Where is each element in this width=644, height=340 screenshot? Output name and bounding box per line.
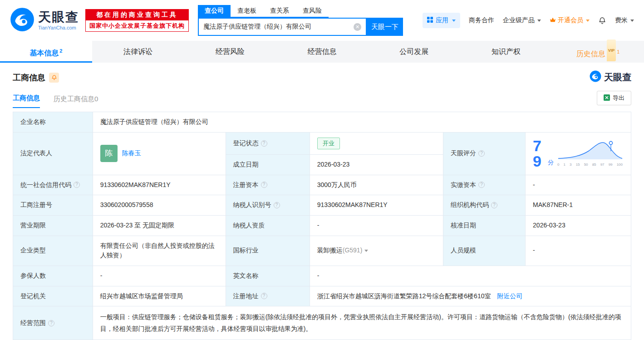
help-icon[interactable]: ?	[491, 202, 497, 208]
user-menu-label: 费米	[615, 16, 628, 25]
help-icon[interactable]: ?	[274, 202, 280, 208]
subtab-business-info[interactable]: 工商信息	[13, 94, 40, 108]
legal-rep-avatar[interactable]: 陈	[100, 145, 118, 162]
help-icon[interactable]: ?	[48, 320, 54, 326]
address-label: 注册地址?	[233, 291, 302, 301]
notification-bell-icon[interactable]	[598, 16, 606, 25]
business-scope-value: 一般项目：供应链管理服务；仓储设备租赁服务；装卸搬运(除依法须经批准的项目外，凭…	[93, 306, 631, 340]
score-distribution-chart: 0131550859799100	[556, 139, 624, 168]
staff-size-value: -	[526, 236, 631, 266]
search-tab-relation[interactable]: 查关系	[263, 5, 296, 17]
chevron-down-icon	[630, 20, 634, 22]
business-info-table: 企业名称 魔法原子供应链管理（绍兴）有限公司 法定代表人 陈 陈春玉 登记状态?…	[13, 112, 631, 340]
chevron-down-icon[interactable]	[364, 250, 368, 252]
brand-watermark-text: 天眼查	[604, 71, 631, 84]
tab-operating-info[interactable]: 经营信息	[276, 41, 368, 63]
help-icon[interactable]: ?	[261, 182, 267, 188]
tab-basic-info[interactable]: 基本信息2	[0, 41, 92, 63]
approval-date-value: 2026-03-23	[526, 215, 631, 236]
legal-rep-cell: 陈 陈春玉	[93, 132, 226, 175]
help-icon[interactable]: ?	[478, 182, 485, 188]
chevron-down-icon	[537, 20, 541, 22]
industry-name: 装卸搬运	[317, 246, 343, 256]
insured-count-label: 参保人数	[20, 271, 85, 281]
tab-operating-info-label: 经营信息	[308, 48, 337, 55]
english-name-label: 英文名称	[233, 271, 302, 281]
company-type-value: 有限责任公司（非自然人投资或控股的法人独资）	[93, 236, 226, 266]
tab-operating-risk[interactable]: 经营风险	[184, 41, 276, 63]
header-right-menu: 应用 商务合作 企业级产品 开通会员 费米	[423, 13, 634, 28]
tab-legal-proceedings[interactable]: 法律诉讼	[92, 41, 184, 63]
reg-capital-label: 注册资本?	[233, 180, 302, 190]
insured-count-value: -	[93, 266, 226, 286]
slogan-banner: 都在用的商业查询工具 国家中小企业发展子基金旗下机构	[85, 9, 189, 32]
search-type-tabs: 查公司 查老板 查关系 查风险	[198, 5, 329, 18]
app-menu-label: 应用	[436, 16, 448, 25]
search-row: ✕ 天眼一下	[198, 18, 403, 36]
grid-icon	[427, 17, 433, 24]
company-type-label: 企业类型	[20, 246, 85, 256]
org-code-value: MAK87NER-1	[526, 195, 631, 216]
slogan-line-1: 都在用的商业查询工具	[86, 10, 188, 20]
reg-status-cell: 开业	[310, 132, 443, 154]
open-membership-menu[interactable]: 开通会员	[550, 16, 590, 25]
taxpayer-id-value: 91330602MAK87NER1Y	[310, 195, 443, 216]
tyc-score-cell: 79 分 0131550859799100	[526, 132, 631, 175]
logo-brand-text: 天眼查	[38, 11, 79, 24]
score-value[interactable]: 79	[533, 138, 545, 169]
business-cooperation-label: 商务合作	[469, 16, 494, 25]
org-code-label: 组织机构代码?	[451, 200, 518, 210]
nearby-companies-link[interactable]: 附近公司	[497, 292, 522, 300]
enterprise-products-label: 企业级产品	[503, 16, 535, 25]
slogan-line-2: 国家中小企业发展子基金旗下机构	[86, 20, 188, 31]
search-tab-boss[interactable]: 查老板	[231, 5, 263, 17]
app-menu[interactable]: 应用	[423, 13, 460, 28]
industry-label: 国标行业	[233, 246, 302, 256]
help-icon[interactable]: ?	[261, 293, 267, 299]
tab-basic-info-label: 基本信息	[29, 49, 59, 57]
registry-value: 绍兴市越城区市场监督管理局	[93, 286, 226, 306]
brand-watermark: 天眼查	[590, 70, 631, 84]
clear-search-icon[interactable]: ✕	[354, 23, 361, 31]
business-scope-label: 经营范围?	[20, 318, 85, 328]
tyc-score-label: 天眼评分?	[451, 148, 518, 158]
tab-history-info[interactable]: 历史信息VIP1	[552, 41, 644, 63]
company-section-nav: 基本信息2 法律诉讼 经营风险 经营信息 公司发展 知识产权 历史信息VIP1	[0, 41, 644, 63]
business-term-value: 2026-03-23 至 无固定期限	[93, 215, 226, 236]
business-cooperation-link[interactable]: 商务合作	[469, 16, 494, 25]
score-unit: 分	[548, 158, 554, 167]
tab-company-development[interactable]: 公司发展	[368, 41, 460, 63]
english-name-value: -	[310, 266, 631, 286]
legal-rep-label: 法定代表人	[20, 148, 85, 158]
search-box: ✕	[198, 18, 367, 36]
address-value: 浙江省绍兴市越城区沥海街道繁荣路12号综合配套楼6楼610室	[317, 292, 491, 300]
establish-date-value: 2026-03-23	[310, 154, 443, 175]
subscribe-bell-icon[interactable]	[49, 73, 59, 83]
credit-code-label: 统一社会信用代码?	[20, 180, 85, 190]
industry-cell: 装卸搬运 (G591)	[310, 236, 443, 266]
reg-number-value: 330602000579558	[93, 195, 226, 216]
approval-date-label: 核准日期	[451, 221, 518, 231]
search-tab-risk[interactable]: 查风险	[296, 5, 329, 17]
search-tab-company[interactable]: 查公司	[198, 5, 231, 17]
legal-rep-link[interactable]: 陈春玉	[122, 148, 141, 158]
vip-badge: VIP	[607, 39, 616, 61]
export-button[interactable]: 导出	[597, 91, 631, 105]
excel-icon	[604, 94, 610, 102]
company-name-label: 企业名称	[20, 117, 85, 127]
tab-operating-risk-label: 经营风险	[216, 48, 245, 55]
export-button-label: 导出	[613, 94, 624, 102]
help-icon[interactable]: ?	[478, 150, 485, 157]
paid-capital-label: 实缴资本?	[451, 180, 518, 190]
tianyancha-logo[interactable]: 天眼查 TianYanCha.com	[10, 7, 79, 34]
subtab-history-business-info[interactable]: 历史工商信息0	[54, 95, 98, 108]
help-icon[interactable]: ?	[261, 140, 267, 147]
search-button[interactable]: 天眼一下	[367, 18, 403, 36]
taxpayer-id-label: 纳税人识别号?	[233, 200, 302, 210]
tab-intellectual-property[interactable]: 知识产权	[460, 41, 552, 63]
user-menu[interactable]: 费米	[615, 16, 634, 25]
help-icon[interactable]: ?	[74, 182, 80, 188]
enterprise-products-menu[interactable]: 企业级产品	[503, 16, 541, 25]
tab-history-info-label: 历史信息	[576, 50, 605, 58]
search-input[interactable]	[203, 23, 354, 30]
